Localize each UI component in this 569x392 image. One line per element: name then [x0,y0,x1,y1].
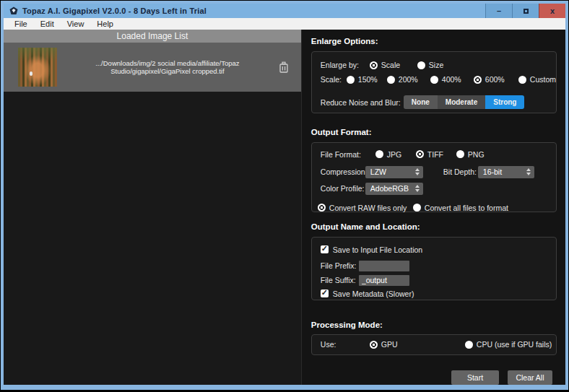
close-icon: x [550,6,555,15]
save-to-input-checkbox[interactable]: Save to Input File Location [312,245,556,254]
spinner-icon [415,185,420,192]
file-suffix-label: File Suffix: [321,276,359,284]
settings-panel: Enlarge Options: Enlarge by: Scale Size [301,30,565,385]
radio-icon [375,150,383,158]
scale-label: Scale: [321,75,347,84]
radio-icon [417,61,425,69]
format-jpg-radio[interactable]: JPG [375,150,416,159]
file-prefix-input[interactable] [359,261,409,271]
radio-icon [518,76,526,84]
noise-moderate-button[interactable]: Moderate [438,95,485,109]
file-suffix-input[interactable] [359,275,409,286]
scale-400-radio[interactable]: 400% [430,75,474,84]
bit-depth-select[interactable]: 16-bit [478,166,534,178]
radio-icon [387,76,395,84]
color-profile-select[interactable]: AdobeRGB [365,183,423,195]
image-path: .../Downloads/img/2 social media/affilia… [57,59,278,75]
radio-icon [465,341,473,349]
screen: Topaz A.I. Gigapixel V2.0.0 - 8 Days Lef… [0,0,569,392]
checkbox-icon [321,245,329,253]
radio-icon [370,341,378,349]
enlarge-by-size-radio[interactable]: Size [417,61,443,69]
scale-600-radio[interactable]: 600% [474,75,518,84]
use-label: Use: [321,340,370,349]
menu-view[interactable]: View [61,19,91,28]
minimize-icon: – [497,6,501,15]
radio-icon [456,150,464,158]
menu-file[interactable]: File [8,19,34,28]
radio-icon [347,76,355,84]
output-name-title: Output Name and Location: [311,222,557,231]
enlarge-by-label: Enlarge by: [321,61,370,69]
loaded-image-panel: Loaded Image List .../Downloads/img/2 so… [4,30,301,385]
file-prefix-label: File Prefix: [321,261,359,270]
enlarge-options-title: Enlarge Options: [311,37,557,45]
spinner-icon [415,168,420,175]
image-list-empty-area [4,92,301,385]
radio-icon [370,61,378,69]
file-format-label: File Format: [321,150,375,159]
convert-raw-only-radio[interactable]: Convert RAW files only [318,204,413,212]
app-window: Topaz A.I. Gigapixel V2.0.0 - 8 Days Lef… [1,1,568,390]
output-format-title: Output Format: [311,128,557,136]
noise-segmented-control: None Moderate Strong [404,95,525,109]
format-png-radio[interactable]: PNG [456,150,485,159]
checkbox-icon [321,289,329,297]
menu-bar: File Edit View Help [4,18,565,30]
radio-icon [430,76,438,84]
maximize-icon [524,9,529,14]
use-cpu-radio[interactable]: CPU (use if GPU fails) [465,340,552,349]
menu-help[interactable]: Help [90,19,120,28]
enlarge-options-group: Enlarge by: Scale Size Scale: [311,51,557,113]
image-list-header: Loaded Image List [4,30,301,43]
output-format-group: File Format: JPG TIFF PNG [311,142,557,212]
window-title: Topaz A.I. Gigapixel V2.0.0 - 8 Days Lef… [22,6,207,15]
convert-all-files-radio[interactable]: Convert all files to format [413,204,508,212]
radio-icon [416,150,424,158]
window-controls: – x [485,4,565,18]
reduce-noise-label: Reduce Noise and Blur: [321,98,404,107]
maximize-button[interactable] [512,4,539,18]
image-thumbnail [18,48,57,87]
color-profile-label: Color Profile: [321,184,365,193]
radio-icon [413,204,421,212]
noise-none-button[interactable]: None [404,95,438,109]
spinner-icon [526,168,531,175]
bit-depth-label: Bit Depth: [443,167,478,176]
processing-mode-title: Processing Mode: [311,321,557,329]
scale-custom-radio[interactable]: Custom [518,75,556,84]
format-tiff-radio[interactable]: TIFF [416,150,456,159]
close-button[interactable]: x [539,4,565,18]
delete-image-icon[interactable] [278,61,290,74]
image-list-item[interactable]: .../Downloads/img/2 social media/affilia… [4,43,301,92]
menu-edit[interactable]: Edit [34,19,61,28]
title-bar[interactable]: Topaz A.I. Gigapixel V2.0.0 - 8 Days Lef… [4,4,565,18]
use-gpu-radio[interactable]: GPU [370,340,465,349]
radio-icon [318,204,326,212]
noise-strong-button[interactable]: Strong [485,95,524,109]
compression-select[interactable]: LZW [365,166,423,178]
enlarge-by-scale-radio[interactable]: Scale [370,61,417,69]
compression-label: Compression: [321,167,365,176]
scale-150-radio[interactable]: 150% [347,75,387,84]
output-name-group: Save to Input File Location File Prefix:… [311,237,557,300]
radio-icon [474,76,482,84]
minimize-button[interactable]: – [485,4,512,18]
clear-all-button[interactable]: Clear All [508,370,552,385]
app-logo-icon [9,6,18,15]
scale-200-radio[interactable]: 200% [387,75,430,84]
processing-mode-group: Use: GPU CPU (use if GPU fails) [311,334,557,355]
start-button[interactable]: Start [451,370,499,385]
save-metadata-checkbox[interactable]: Save Metadata (Slower) [312,289,556,298]
